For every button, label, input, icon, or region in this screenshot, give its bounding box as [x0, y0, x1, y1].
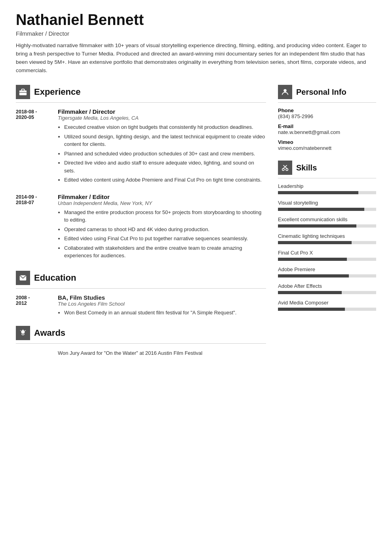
table-row: 2014-09 -2018-07 Filmmaker / Editor Urba…	[16, 193, 266, 261]
skills-svg	[281, 163, 289, 172]
skills-section-header: Skills	[278, 161, 376, 175]
experience-icon	[16, 85, 30, 99]
phone-block: Phone (834) 875-2996	[278, 107, 376, 119]
right-column: Personal Info Phone (834) 875-2996 E-mai…	[278, 85, 376, 357]
skill-name: Excellent communication skills	[278, 216, 376, 222]
svg-line-7	[25, 331, 26, 331]
edu-degree-1: BA, Film Studies	[58, 294, 266, 301]
skills-section: Skills Leadership Visual storytelling Ex…	[278, 161, 376, 311]
skill-bar-fill	[278, 274, 349, 278]
main-content: Experience 2018-08 -2020-05 Filmmaker / …	[16, 85, 376, 357]
skill-bar-fill	[278, 258, 347, 261]
exp-content-1: Filmmaker / Director Tigersgate Media, L…	[58, 108, 266, 186]
candidate-subtitle: Filmmaker / Director	[16, 30, 376, 37]
education-divider	[16, 288, 266, 289]
awards-title: Awards	[34, 328, 65, 338]
exp-bullets-1: Executed creative vision on tight budget…	[58, 123, 266, 184]
skills-icon	[278, 161, 292, 175]
list-item: Collaborated with stakeholders and the e…	[64, 244, 266, 260]
skill-name: Final Cut Pro X	[278, 250, 376, 256]
skill-item: Visual storytelling	[278, 200, 376, 211]
skill-item: Final Cut Pro X	[278, 250, 376, 261]
exp-dates-2: 2014-09 -2018-07	[16, 193, 51, 261]
list-item: Executed creative vision on tight budget…	[64, 123, 266, 131]
exp-company-2: Urban Independent Media, New York, NY	[58, 200, 266, 206]
list-item: Edited video content using Adobe Premier…	[64, 176, 266, 184]
vimeo-label: Vimeo	[278, 139, 376, 145]
education-section-header: Education	[16, 271, 266, 285]
list-item: Directed live video and audio staff to e…	[64, 159, 266, 174]
person-svg	[281, 88, 289, 96]
skill-name: Avid Media Composer	[278, 300, 376, 306]
skill-bar-bg	[278, 274, 376, 278]
left-column: Experience 2018-08 -2020-05 Filmmaker / …	[16, 85, 266, 357]
education-title: Education	[34, 273, 76, 283]
phone-label: Phone	[278, 107, 376, 113]
awards-divider	[16, 343, 266, 344]
personal-info-icon	[278, 85, 292, 99]
skill-name: Adobe Premiere	[278, 266, 376, 272]
award-text-1: Won Jury Award for "On the Water" at 201…	[58, 349, 202, 357]
awards-list: Won Jury Award for "On the Water" at 201…	[16, 349, 266, 357]
candidate-name: Nathaniel Bennett	[16, 12, 376, 29]
svg-point-8	[284, 89, 286, 92]
svg-rect-0	[19, 91, 27, 96]
skill-item: Leadership	[278, 183, 376, 194]
skill-item: Adobe After Effects	[278, 283, 376, 294]
skill-bar-fill	[278, 308, 345, 311]
list-item: Won Best Comedy in an annual student fil…	[64, 309, 266, 317]
table-row: Won Jury Award for "On the Water" at 201…	[16, 349, 266, 357]
skill-bar-bg	[278, 191, 376, 194]
education-list: 2008 -2012 BA, Film Studies The Los Ange…	[16, 294, 266, 317]
edu-school-1: The Los Angeles Film School	[58, 301, 266, 307]
skill-name: Leadership	[278, 183, 376, 189]
email-label: E-mail	[278, 123, 376, 129]
svg-point-10	[286, 168, 288, 171]
table-row: 2008 -2012 BA, Film Studies The Los Ange…	[16, 294, 266, 317]
skill-item: Cinematic lighting techniques	[278, 233, 376, 244]
skill-bar-bg	[278, 208, 376, 211]
svg-point-3	[21, 330, 25, 334]
awards-svg	[19, 329, 27, 337]
edu-dates-1: 2008 -2012	[16, 294, 51, 317]
experience-divider	[16, 102, 266, 103]
exp-content-2: Filmmaker / Editor Urban Independent Med…	[58, 193, 266, 261]
skill-item: Avid Media Composer	[278, 300, 376, 311]
briefcase-svg	[19, 88, 27, 96]
skill-bar-bg	[278, 241, 376, 244]
personal-info-section-header: Personal Info	[278, 85, 376, 99]
exp-title-2: Filmmaker / Editor	[58, 193, 266, 200]
skill-bar-fill	[278, 191, 358, 194]
skill-item: Excellent communication skills	[278, 216, 376, 228]
skill-bar-bg	[278, 308, 376, 311]
exp-title-1: Filmmaker / Director	[58, 108, 266, 115]
awards-icon	[16, 326, 30, 340]
experience-title: Experience	[34, 87, 80, 97]
skills-divider	[278, 178, 376, 178]
list-item: Operated cameras to shoot HD and 4K vide…	[64, 226, 266, 233]
skill-bar-fill	[278, 224, 356, 228]
skills-list: Leadership Visual storytelling Excellent…	[278, 183, 376, 311]
skill-bar-fill	[278, 291, 342, 294]
skill-bar-fill	[278, 208, 364, 211]
svg-point-9	[282, 168, 285, 171]
skill-bar-fill	[278, 241, 352, 244]
list-item: Edited video using Final Cut Pro to put …	[64, 235, 266, 243]
edu-bullets-1: Won Best Comedy in an annual student fil…	[58, 309, 266, 317]
list-item: Utilized sound design, lighting design, …	[64, 133, 266, 148]
experience-list: 2018-08 -2020-05 Filmmaker / Director Ti…	[16, 108, 266, 261]
exp-company-1: Tigersgate Media, Los Angeles, CA	[58, 115, 266, 121]
svg-line-6	[20, 331, 21, 331]
list-item: Planned and scheduled video production s…	[64, 150, 266, 158]
skill-name: Cinematic lighting techniques	[278, 233, 376, 239]
email-block: E-mail nate.w.bennett@gmail.com	[278, 123, 376, 135]
phone-value: (834) 875-2996	[278, 113, 376, 119]
exp-bullets-2: Managed the entire production process fo…	[58, 209, 266, 260]
skills-title: Skills	[296, 163, 317, 172]
skill-bar-bg	[278, 258, 376, 261]
skill-item: Adobe Premiere	[278, 266, 376, 278]
skill-bar-bg	[278, 291, 376, 294]
list-item: Managed the entire production process fo…	[64, 209, 266, 224]
email-value: nate.w.bennett@gmail.com	[278, 129, 376, 135]
skill-bar-bg	[278, 224, 376, 228]
